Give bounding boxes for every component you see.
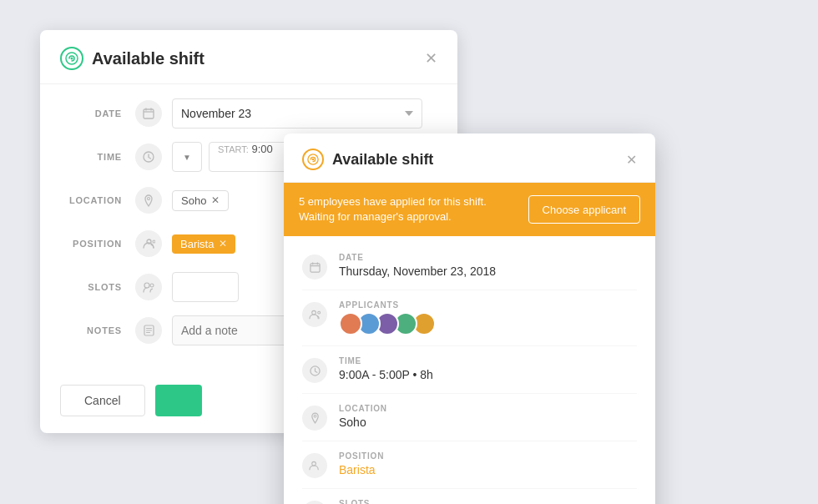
slots-label: SLOTS: [60, 282, 135, 292]
date-label: DATE: [60, 108, 135, 118]
svg-point-1: [71, 58, 73, 60]
detail-slots-icon: [302, 501, 327, 504]
detail-slots-content: SLOTS 3: [339, 499, 637, 504]
detail-location-label: LOCATION: [339, 404, 637, 413]
alert-banner: 5 employees have applied for this shift.…: [284, 183, 655, 236]
detail-modal-header: Available shift ✕: [284, 134, 655, 183]
detail-position-row: POSITION Barista: [302, 441, 637, 489]
detail-location-value: Soho: [339, 416, 637, 429]
cancel-button[interactable]: Cancel: [60, 385, 145, 416]
location-chip: Soho ✕: [172, 190, 229, 211]
detail-position-content: POSITION Barista: [339, 451, 637, 476]
detail-time-label: TIME: [339, 356, 637, 365]
detail-position-value: Barista: [339, 463, 637, 476]
brand-logo-fg: [302, 149, 324, 170]
svg-point-13: [312, 311, 316, 315]
svg-rect-12: [310, 264, 319, 272]
edit-modal-title-wrap: Available shift: [60, 47, 204, 70]
detail-modal: Available shift ✕ 5 employees have appli…: [284, 134, 655, 504]
brand-logo-bg: [60, 47, 83, 70]
save-button[interactable]: [155, 385, 202, 416]
edit-modal-title: Available shift: [92, 49, 204, 68]
detail-slots-row: SLOTS 3: [302, 489, 637, 504]
notes-icon: [135, 317, 162, 344]
svg-point-14: [318, 312, 321, 315]
detail-modal-close-button[interactable]: ✕: [626, 152, 637, 168]
detail-applicants-label: APPLICANTS: [339, 300, 637, 310]
start-label: START:: [218, 144, 249, 154]
detail-slots-label: SLOTS: [339, 499, 637, 504]
detail-modal-title: Available shift: [332, 151, 433, 169]
detail-modal-title-wrap: Available shift: [302, 149, 433, 170]
detail-applicants-icon: [302, 302, 327, 327]
detail-position-icon: [302, 453, 327, 478]
position-chip-text: Barista: [180, 238, 214, 250]
edit-modal-close-button[interactable]: ✕: [425, 49, 437, 68]
detail-location-content: LOCATION Soho: [339, 404, 637, 429]
detail-date-value: Thursday, November 23, 2018: [339, 265, 637, 278]
svg-point-7: [144, 283, 149, 288]
applicant-avatar: [339, 312, 362, 335]
detail-body: DATE Thursday, November 23, 2018 APPLICA…: [284, 236, 655, 504]
date-icon: [135, 100, 162, 127]
detail-date-row: DATE Thursday, November 23, 2018: [302, 243, 637, 290]
edit-modal-header: Available shift ✕: [40, 30, 457, 84]
time-inputs: ▼ START: 9:00: [172, 142, 300, 172]
svg-point-17: [312, 462, 316, 466]
position-chip: Barista ✕: [172, 234, 235, 254]
detail-time-value: 9:00A - 5:00P • 8h: [339, 368, 637, 381]
detail-time-content: TIME 9:00A - 5:00P • 8h: [339, 356, 637, 381]
detail-date-icon: [302, 255, 327, 280]
svg-point-11: [312, 159, 315, 161]
detail-applicants-content: APPLICANTS: [339, 300, 637, 335]
detail-time-row: TIME 9:00A - 5:00P • 8h: [302, 346, 637, 394]
detail-location-row: LOCATION Soho: [302, 394, 637, 441]
alert-line2: Waiting for manager's approval.: [299, 209, 487, 224]
svg-point-16: [314, 416, 316, 418]
detail-date-label: DATE: [339, 253, 637, 262]
detail-date-content: DATE Thursday, November 23, 2018: [339, 253, 637, 278]
position-label: POSITION: [60, 239, 135, 249]
position-chip-remove[interactable]: ✕: [219, 238, 227, 249]
slots-icon: [135, 274, 162, 300]
position-icon: [135, 230, 162, 257]
svg-point-6: [153, 240, 155, 243]
choose-applicant-button[interactable]: Choose applicant: [528, 195, 640, 224]
location-chip-remove[interactable]: ✕: [211, 194, 220, 206]
alert-line1: 5 employees have applied for this shift.: [299, 194, 487, 209]
notes-label: NOTES: [60, 325, 135, 335]
date-row: DATE November 23: [60, 98, 437, 129]
detail-position-label: POSITION: [339, 451, 637, 461]
start-value: 9:00: [252, 143, 273, 155]
svg-point-8: [150, 284, 154, 287]
location-icon: [135, 187, 162, 214]
svg-rect-2: [144, 109, 154, 118]
applicant-avatars: [339, 312, 637, 335]
svg-point-4: [148, 197, 150, 199]
date-select[interactable]: November 23: [172, 98, 422, 129]
location-chip-text: Soho: [181, 194, 206, 207]
detail-time-icon: [302, 358, 327, 383]
time-icon: [135, 144, 162, 170]
slots-input[interactable]: 3: [172, 272, 239, 302]
location-label: LOCATION: [60, 195, 135, 205]
time-dropdown-button[interactable]: ▼: [172, 142, 202, 172]
time-label: TIME: [60, 152, 135, 162]
detail-applicants-row: APPLICANTS: [302, 290, 637, 346]
alert-text: 5 employees have applied for this shift.…: [299, 194, 487, 224]
detail-location-icon: [302, 406, 327, 431]
